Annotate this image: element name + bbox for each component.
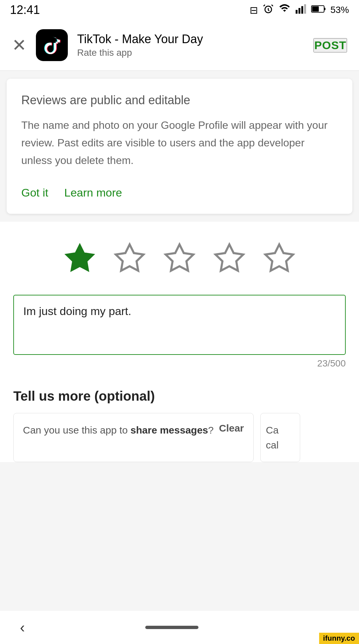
clear-button-1[interactable]: Clear [219, 423, 244, 434]
review-input[interactable] [23, 305, 336, 344]
app-info: TikTok - Make Your Day Rate this app [77, 32, 203, 58]
star-2[interactable] [110, 238, 150, 278]
info-card: Reviews are public and editable The name… [7, 79, 352, 214]
svg-rect-2 [299, 8, 300, 14]
star-4[interactable] [209, 238, 249, 278]
review-section: 23/500 [0, 288, 359, 379]
status-icons: ⊟ [250, 3, 349, 17]
star-1[interactable] [60, 238, 100, 278]
battery-icon [311, 5, 326, 16]
got-it-button[interactable]: Got it [21, 184, 48, 202]
close-button[interactable]: ✕ [12, 37, 27, 54]
question-cards-row: Can you use this app to share messages? … [13, 413, 346, 462]
svg-rect-7 [324, 8, 325, 10]
char-count: 23/500 [13, 355, 346, 375]
rating-section [0, 222, 359, 288]
question-card-2-partial: Cacal [260, 413, 300, 462]
battery-percent: 53% [330, 5, 349, 15]
status-bar: 12:41 ⊟ [0, 0, 359, 20]
home-indicator[interactable] [145, 626, 198, 629]
signal-icon [295, 3, 306, 17]
tell-more-section: Tell us more (optional) Can you use this… [0, 379, 359, 462]
svg-marker-12 [215, 245, 243, 271]
app-header: ✕ TikTok - Make Your Day [0, 20, 359, 71]
info-card-body: The name and photo on your Google Profil… [21, 117, 338, 169]
post-button[interactable]: POST [313, 38, 347, 52]
tiktok-icon-svg [39, 32, 65, 58]
question-text-1: Can you use this app to share messages? [23, 423, 219, 438]
app-name: TikTok - Make Your Day [77, 32, 203, 46]
alarm-icon [263, 3, 274, 17]
svg-rect-3 [301, 6, 303, 14]
tell-more-title: Tell us more (optional) [13, 389, 346, 404]
svg-marker-9 [66, 245, 93, 271]
header-left: ✕ TikTok - Make Your Day [12, 29, 203, 61]
wifi-icon [279, 3, 291, 17]
question-card-1[interactable]: Can you use this app to share messages? … [13, 413, 254, 462]
watermark: ifunny.co [319, 633, 359, 644]
svg-rect-4 [304, 4, 306, 13]
learn-more-button[interactable]: Learn more [64, 184, 122, 202]
star-3[interactable] [160, 238, 199, 278]
question-text-2-partial: Cacal [266, 423, 295, 452]
status-time: 12:41 [10, 3, 40, 17]
sim-icon: ⊟ [250, 4, 258, 16]
app-subtitle: Rate this app [77, 47, 203, 58]
svg-marker-10 [116, 245, 143, 271]
app-icon [36, 29, 68, 61]
info-card-actions: Got it Learn more [21, 184, 338, 202]
svg-rect-1 [296, 10, 298, 13]
star-5[interactable] [259, 238, 299, 278]
svg-marker-11 [166, 245, 193, 271]
info-card-title: Reviews are public and editable [21, 93, 338, 107]
bottom-bar: ‹ [0, 611, 359, 644]
back-arrow[interactable]: ‹ [20, 619, 25, 636]
svg-rect-6 [312, 6, 319, 12]
svg-marker-13 [265, 245, 293, 271]
review-input-wrapper[interactable] [13, 295, 346, 355]
